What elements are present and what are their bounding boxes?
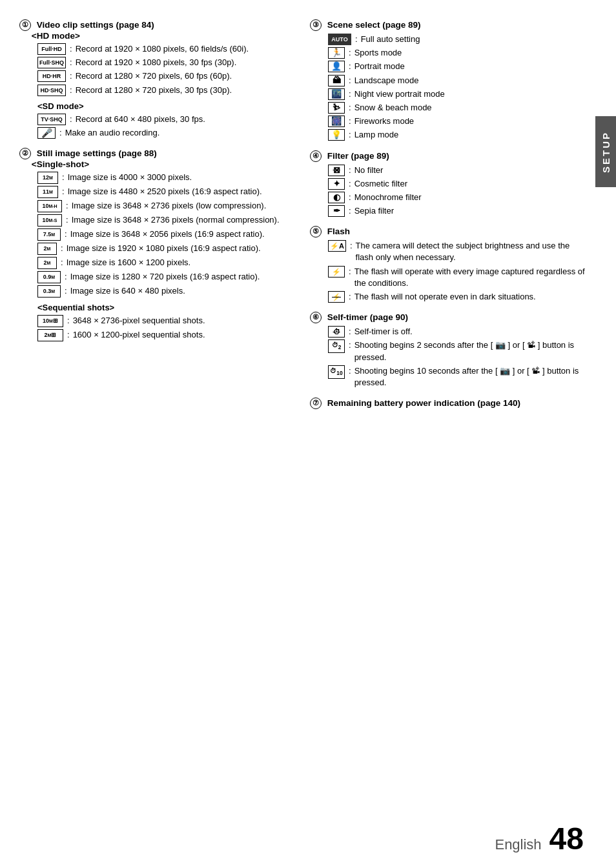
list-item: 10M⊞ : 3648 × 2736-pixel sequential shot… xyxy=(37,315,303,327)
flash-on-icon: ⚡ xyxy=(328,266,345,278)
section5-heading: Flash xyxy=(327,227,350,236)
section2-heading: Still image settings (page 88) <Single-s… xyxy=(19,148,157,169)
10m-seq-icon: 10M⊞ xyxy=(37,315,63,327)
self-timer-list: ⏱ : Self-timer is off. ⏱2 : Shooting beg… xyxy=(310,326,588,389)
list-item: ⛷ : Snow & beach mode xyxy=(328,102,588,114)
audio-text: Make an audio recording. xyxy=(65,127,303,139)
audio-icon: 🎤 xyxy=(37,127,56,139)
scene-select-list: AUTO : Full auto setting 🏃 : Sports mode… xyxy=(310,34,588,141)
cosmetic-filter-text: Cosmetic filter xyxy=(354,178,588,190)
night-portrait-icon: 🌃 xyxy=(328,88,345,100)
auto-text: Full auto setting xyxy=(361,34,588,45)
03m-icon: 0.3M xyxy=(37,285,61,298)
flash-auto-text: The camera will detect the subject brigh… xyxy=(356,240,588,263)
2m-seq-text: 1600 × 1200-pixel sequential shots. xyxy=(73,329,303,341)
list-item: ✒ : Sepia filter xyxy=(328,205,588,217)
list-item: HD·SHQ : Record at 1280 × 720 pixels, 30… xyxy=(37,85,303,96)
2m-icon: 2M xyxy=(37,257,57,269)
list-item: ⏱10 : Shooting begins 10 seconds after t… xyxy=(328,365,588,389)
page-footer: English 48 xyxy=(495,821,584,856)
list-item: 👤 : Portrait mode xyxy=(328,61,588,72)
hd-mode-list: Full·HD : Record at 1920 × 1080 pixels, … xyxy=(19,43,303,96)
75m-text: Image size is 3648 × 2056 pixels (16:9 a… xyxy=(70,228,303,240)
section-battery: ⑦ Remaining battery power indication (pa… xyxy=(310,398,588,409)
list-item: 11M : Image size is 4480 × 2520 pixels (… xyxy=(37,186,303,198)
flash-auto-icon: ⚡A xyxy=(328,240,346,252)
section2-title: ② Still image settings (page 88) <Single… xyxy=(19,148,303,169)
12m-icon: 12M xyxy=(37,172,58,184)
page-number: 48 xyxy=(549,821,584,856)
hdshq-icon: HD·SHQ xyxy=(37,85,66,96)
list-item: ⚡ : The flash will not operate even in d… xyxy=(328,291,588,303)
list-item: 🏔 : Landscape mode xyxy=(328,75,588,86)
timer-off-icon: ⏱ xyxy=(328,326,345,338)
list-item: 🏃 : Sports mode xyxy=(328,47,588,59)
list-item: 0.3M : Image size is 640 × 480 pixels. xyxy=(37,285,303,298)
10m-seq-text: 3648 × 2736-pixel sequential shots. xyxy=(73,315,303,327)
list-item: ⚡ : The flash will operate with every im… xyxy=(328,266,588,289)
filter-list: ⊠ : No filter ✦ : Cosmetic filter ◐ : Mo… xyxy=(310,165,588,217)
sports-text: Sports mode xyxy=(354,47,588,59)
list-item: 2M : Image size is 1600 × 1200 pixels. xyxy=(37,257,303,269)
tvshq-text: Record at 640 × 480 pixels, 30 fps. xyxy=(76,114,303,125)
09m-text: Image size is 1280 × 720 pixels (16:9 as… xyxy=(70,271,303,283)
list-item: ◐ : Monochrome filter xyxy=(328,192,588,203)
lamp-icon: 💡 xyxy=(328,129,345,141)
section6-title: ⑥ Self-timer (page 90) xyxy=(310,312,588,323)
lamp-text: Lamp mode xyxy=(354,129,588,141)
landscape-icon: 🏔 xyxy=(328,75,345,86)
section6-num: ⑥ xyxy=(310,312,322,323)
section7-num: ⑦ xyxy=(310,398,322,409)
list-item: 0.9M : Image size is 1280 × 720 pixels (… xyxy=(37,271,303,283)
tvshq-icon: TV·SHQ xyxy=(37,114,66,125)
hdhr-icon: HD·HR xyxy=(37,70,66,82)
09m-icon: 0.9M xyxy=(37,271,61,283)
2m-seq-icon: 2M⊞ xyxy=(37,329,63,341)
list-item: ⚡A : The camera will detect the subject … xyxy=(328,240,588,263)
section1-title: ① Video clip settings (page 84) <HD mode… xyxy=(19,19,303,41)
list-item: 10M-S : Image size is 3648 × 2736 pixels… xyxy=(37,214,303,227)
snow-beach-text: Snow & beach mode xyxy=(354,102,588,114)
list-item: 🌃 : Night view portrait mode xyxy=(328,88,588,100)
page-language: English xyxy=(495,836,541,853)
timer-2s-icon: ⏱2 xyxy=(328,339,345,353)
section-self-timer: ⑥ Self-timer (page 90) ⏱ : Self-timer is… xyxy=(310,312,588,389)
section3-num: ③ xyxy=(310,19,322,31)
03m-text: Image size is 640 × 480 pixels. xyxy=(70,285,303,297)
hdhr-text: Record at 1280 × 720 pixels, 60 fps (60p… xyxy=(76,70,303,82)
section-flash: ⑤ Flash ⚡A : The camera will detect the … xyxy=(310,226,588,303)
list-item: AUTO : Full auto setting xyxy=(328,34,588,45)
flash-off-text: The flash will not operate even in dark … xyxy=(354,291,588,303)
list-item: 12M : Image size is 4000 × 3000 pixels. xyxy=(37,172,303,184)
sepia-filter-text: Sepia filter xyxy=(354,205,588,217)
10ms-icon: 10M-S xyxy=(37,214,62,227)
list-item: 2M : Image size is 1920 × 1080 pixels (1… xyxy=(37,243,303,255)
sepia-filter-icon: ✒ xyxy=(328,205,345,217)
fireworks-text: Fireworks mode xyxy=(354,116,588,127)
section6-heading: Self-timer (page 90) xyxy=(327,312,408,322)
10mh-icon: 10M-H xyxy=(37,200,62,212)
list-item: Full·SHQ : Record at 1920 × 1080 pixels,… xyxy=(37,57,303,68)
night-portrait-text: Night view portrait mode xyxy=(354,88,588,100)
snow-beach-icon: ⛷ xyxy=(328,102,345,114)
list-item: 7.5M : Image size is 3648 × 2056 pixels … xyxy=(37,228,303,241)
portrait-icon: 👤 xyxy=(328,61,345,72)
fireworks-icon: 🎆 xyxy=(328,116,345,127)
section2-num: ② xyxy=(19,148,31,159)
monochrome-filter-text: Monochrome filter xyxy=(354,192,588,203)
section1-num: ① xyxy=(19,19,31,31)
no-filter-icon: ⊠ xyxy=(328,165,345,176)
section5-title: ⑤ Flash xyxy=(310,226,588,237)
sports-icon: 🏃 xyxy=(328,47,345,59)
fullshq-text: Record at 1920 × 1080 pixels, 30 fps (30… xyxy=(76,57,303,68)
portrait-text: Portrait mode xyxy=(354,61,588,72)
flash-on-text: The flash will operate with every image … xyxy=(354,266,588,289)
11m-icon: 11M xyxy=(37,186,58,198)
fullshq-icon: Full·SHQ xyxy=(37,57,66,68)
right-column: ③ Scene select (page 89) AUTO : Full aut… xyxy=(310,19,588,418)
list-item: ⏱ : Self-timer is off. xyxy=(328,326,588,338)
content-area: ① Video clip settings (page 84) <HD mode… xyxy=(19,19,603,418)
fullhd-icon: Full·HD xyxy=(37,43,66,55)
auto-icon: AUTO xyxy=(328,34,351,45)
2m-169-icon: 2M xyxy=(37,243,57,255)
